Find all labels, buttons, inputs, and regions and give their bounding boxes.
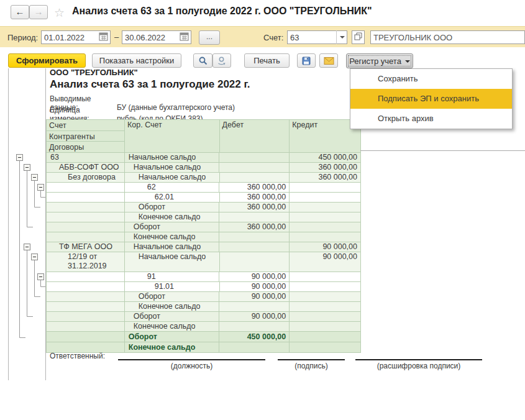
calendar-icon[interactable]: [98, 32, 109, 43]
table-cell: [47, 322, 125, 332]
forward-button[interactable]: →: [29, 5, 48, 19]
table-cell: Оборот: [125, 292, 220, 302]
header-contractors: Контрагенты: [47, 131, 125, 142]
table-cell: 360 000,00: [219, 203, 290, 212]
table-row[interactable]: ТФ МЕГА ОООНачальное сальдо90 000,00: [47, 242, 360, 252]
table-cell: [290, 193, 360, 203]
table-cell: Начальное сальдо: [125, 173, 220, 183]
table-row[interactable]: Конечное сальдо: [47, 212, 360, 222]
table-cell: Начальное сальдо: [125, 153, 220, 163]
table-cell: [47, 332, 125, 342]
table-cell: Оборот: [125, 203, 220, 212]
table-cell: [47, 222, 125, 232]
signature-line-sign: (подпись): [278, 359, 345, 370]
table-row[interactable]: 63Начальное сальдо450 000,00: [47, 153, 360, 163]
table-row[interactable]: 62.01360 000,00: [47, 193, 360, 203]
signature-line-name: (расшифровка подписи): [355, 359, 482, 370]
generate-button[interactable]: Сформировать: [8, 53, 86, 68]
table-cell: [219, 153, 290, 163]
table-cell: [290, 212, 360, 222]
table-cell: [290, 292, 360, 302]
collapse-toggle-icon[interactable]: [31, 253, 38, 260]
back-button[interactable]: ←: [11, 5, 29, 19]
header-debit: Дебет: [220, 120, 290, 153]
menu-item[interactable]: Подписать ЭП и сохранить: [350, 89, 512, 109]
table-cell: Конечное сальдо: [125, 232, 220, 242]
table-row[interactable]: 9190 000,00: [47, 272, 360, 282]
more-options-button[interactable]: ...: [199, 30, 220, 45]
menu-item[interactable]: Сохранить: [350, 69, 512, 89]
report-title: Анализ счета 63 за 1 полугодие 2022 г.: [50, 78, 250, 91]
account-label: Счет:: [263, 33, 283, 42]
calendar-icon[interactable]: [178, 32, 189, 43]
table-cell: Конечное сальдо: [125, 302, 220, 312]
table-row[interactable]: 91.0190 000,00: [47, 282, 360, 292]
table-cell: 63: [47, 153, 125, 163]
page-title: Анализ счета 63 за 1 полугодие 2022 г. О…: [72, 6, 372, 17]
account-dropdown-button[interactable]: [336, 30, 347, 44]
table-cell: 62: [125, 183, 220, 193]
menu-item[interactable]: Открыть архив: [350, 109, 512, 129]
table-row[interactable]: Конечное сальдо: [47, 322, 360, 332]
table-cell: АБВ-СОФТ ООО: [47, 163, 125, 173]
nav-bar: ← → ☆ Анализ счета 63 за 1 полугодие 202…: [0, 0, 525, 25]
table-cell: 12/19 от 31.12.2019: [47, 252, 125, 272]
filter-bar: Период: – ... Счет:: [0, 26, 525, 47]
responsible-label: Ответственный:: [50, 352, 105, 360]
chevron-down-icon: [405, 60, 410, 63]
table-row[interactable]: Конечное сальдо: [47, 232, 360, 242]
table-row[interactable]: Конечное сальдо: [47, 302, 360, 312]
organization-input[interactable]: [370, 30, 525, 44]
table-cell: 360 000,00: [219, 183, 290, 193]
open-account-button[interactable]: [352, 30, 365, 44]
print-button[interactable]: Печать: [244, 53, 290, 68]
favorite-star-icon[interactable]: ☆: [54, 6, 65, 20]
table-cell: Начальное сальдо: [125, 242, 220, 252]
table-row[interactable]: Оборот90 000,00: [47, 292, 360, 302]
table-row[interactable]: АБВ-СОФТ ОООНачальное сальдо360 000,00: [47, 163, 360, 173]
collapse-toggle-icon[interactable]: [37, 184, 44, 191]
table-row[interactable]: 62360 000,00: [47, 183, 360, 193]
search-next-button[interactable]: [212, 53, 231, 68]
collapse-toggle-icon[interactable]: [37, 273, 44, 280]
table-cell: 90 000,00: [290, 252, 360, 272]
table-cell: [47, 183, 125, 193]
table-row[interactable]: Оборот360 000,00: [47, 222, 360, 232]
collapse-toggle-icon[interactable]: [16, 154, 23, 161]
period-label: Период:: [7, 33, 38, 42]
table-row[interactable]: 12/19 от 31.12.2019Начальное сальдо90 00…: [47, 252, 360, 272]
collapse-toggle-icon[interactable]: [24, 244, 30, 250]
table-header: Счет Контрагенты Договоры Кор. Счет Дебе…: [47, 120, 360, 153]
collapse-toggle-icon[interactable]: [24, 164, 30, 171]
table-cell: 90 000,00: [290, 242, 360, 252]
show-settings-button[interactable]: Показать настройки: [92, 53, 181, 68]
table-cell: Начальное сальдо: [125, 163, 220, 173]
signature-line-position: (должность): [118, 359, 265, 370]
register-menu-button[interactable]: Регистр учета: [346, 53, 413, 68]
table-cell: [220, 173, 290, 183]
table-cell: 360 000,00: [290, 163, 360, 173]
table-cell: Оборот: [125, 222, 220, 232]
table-cell: Оборот: [125, 332, 220, 342]
table-cell: [47, 292, 125, 302]
table-row[interactable]: Оборот450 000,00: [47, 332, 360, 342]
app-window: ← → ☆ Анализ счета 63 за 1 полугодие 202…: [0, 0, 525, 420]
table-cell: [290, 332, 360, 342]
table-cell: [290, 183, 360, 193]
header-contracts: Договоры: [47, 142, 125, 153]
email-button[interactable]: [319, 53, 338, 68]
table-row[interactable]: Оборот360 000,00: [47, 203, 360, 212]
table-cell: 360 000,00: [220, 193, 290, 203]
table-cell: [290, 282, 360, 292]
collapse-toggle-icon[interactable]: [31, 174, 38, 181]
table-row[interactable]: Без договораНачальное сальдо360 000,00: [47, 173, 360, 183]
search-button[interactable]: [193, 53, 212, 68]
table-cell: [290, 342, 360, 353]
table-cell: [47, 203, 125, 212]
table-row[interactable]: Оборот90 000,00: [47, 312, 360, 322]
freeze-pane-line: [360, 150, 525, 151]
table-cell: [219, 322, 290, 332]
table-cell: [219, 342, 290, 353]
table-cell: [220, 252, 290, 272]
save-button[interactable]: [297, 53, 316, 68]
